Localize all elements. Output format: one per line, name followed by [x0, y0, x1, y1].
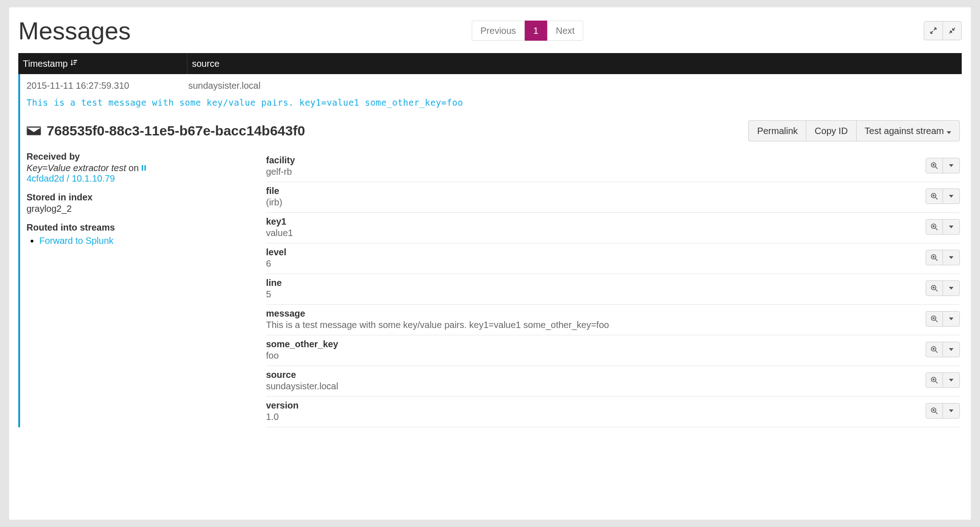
zoom-button[interactable]: [926, 250, 943, 265]
field-actions: [926, 158, 960, 173]
field-menu-button[interactable]: [943, 280, 960, 296]
field-menu-button[interactable]: [943, 188, 960, 204]
field-row: file(irb): [266, 182, 960, 213]
zoom-button[interactable]: [926, 188, 943, 204]
field-value: (irb): [266, 197, 926, 208]
field-row: key1value1: [266, 213, 960, 243]
field-actions: [926, 188, 960, 204]
field-kv: file(irb): [266, 186, 926, 208]
caret-down-icon: [949, 195, 953, 198]
list-item: Forward to Splunk: [39, 236, 266, 246]
field-key: version: [266, 400, 926, 411]
zoom-button[interactable]: [926, 372, 943, 388]
field-actions: [926, 219, 960, 235]
field-value: sundaysister.local: [266, 381, 926, 392]
pause-icon: [141, 164, 147, 173]
field-kv: messageThis is a test message with some …: [266, 308, 926, 330]
next-button[interactable]: Next: [547, 21, 583, 41]
page-title: Messages: [18, 16, 131, 45]
field-value: gelf-rb: [266, 167, 926, 177]
field-key: key1: [266, 216, 926, 227]
view-toggle-group: [924, 21, 962, 40]
zoom-in-icon: [931, 376, 938, 384]
svg-line-26: [936, 320, 938, 323]
zoom-button[interactable]: [926, 280, 943, 296]
field-kv: version1.0: [266, 400, 926, 422]
zoom-button[interactable]: [926, 342, 943, 357]
field-value: foo: [266, 350, 926, 361]
field-menu-button[interactable]: [943, 158, 960, 173]
zoom-in-icon: [931, 285, 938, 292]
timestamp-header-label: Timestamp: [23, 59, 68, 69]
stored-index-value: graylog2_2: [27, 204, 266, 214]
expand-icon: [930, 27, 937, 34]
field-kv: key1value1: [266, 216, 926, 238]
field-value: This is a test message with some key/val…: [266, 320, 926, 330]
copy-id-button[interactable]: Copy ID: [806, 120, 856, 141]
message-detail-header: 768535f0-88c3-11e5-b67e-bacc14b643f0 Per…: [20, 114, 962, 151]
fields-column: facilitygelf-rbfile(irb)key1value1level6…: [266, 151, 962, 427]
caret-down-icon: [949, 409, 953, 412]
permalink-button[interactable]: Permalink: [748, 120, 806, 141]
header-row: Messages Previous 1 Next: [18, 16, 962, 45]
field-menu-button[interactable]: [943, 372, 960, 388]
field-menu-button[interactable]: [943, 311, 960, 327]
field-kv: level6: [266, 247, 926, 269]
field-menu-button[interactable]: [943, 403, 960, 419]
node-link[interactable]: 4cfdad2d / 10.1.10.79: [27, 173, 115, 183]
message-summary-row[interactable]: 2015-11-11 16:27:59.310 sundaysister.loc…: [20, 74, 962, 94]
zoom-button[interactable]: [926, 219, 943, 235]
svg-rect-1: [74, 62, 76, 63]
svg-line-34: [936, 382, 938, 384]
field-menu-button[interactable]: [943, 250, 960, 265]
svg-line-10: [936, 198, 938, 200]
caret-down-icon: [949, 317, 953, 320]
field-key: source: [266, 370, 926, 380]
field-key: line: [266, 278, 926, 288]
stream-list: Forward to Splunk: [39, 236, 266, 246]
field-kv: facilitygelf-rb: [266, 155, 926, 177]
received-by-label: Received by: [27, 151, 266, 162]
field-row: sourcesundaysister.local: [266, 366, 960, 397]
field-actions: [926, 311, 960, 327]
expand-button[interactable]: [924, 21, 943, 40]
stream-link[interactable]: Forward to Splunk: [39, 236, 113, 246]
field-row: line5: [266, 274, 960, 305]
zoom-button[interactable]: [926, 403, 943, 419]
field-value: 1.0: [266, 412, 926, 422]
field-row: version1.0: [266, 397, 960, 427]
routed-into-streams-block: Routed into streams Forward to Splunk: [27, 222, 266, 246]
svg-rect-4: [144, 165, 146, 171]
sort-desc-icon: [70, 59, 78, 68]
zoom-button[interactable]: [926, 311, 943, 327]
caret-down-icon: [949, 287, 953, 290]
collapse-button[interactable]: [943, 21, 962, 40]
field-actions: [926, 250, 960, 265]
field-key: file: [266, 186, 926, 196]
page-number-button[interactable]: 1: [525, 21, 547, 41]
field-menu-button[interactable]: [943, 219, 960, 235]
column-header-source[interactable]: source: [187, 59, 219, 69]
caret-down-icon: [949, 164, 953, 167]
field-menu-button[interactable]: [943, 342, 960, 357]
received-by-block: Received by Key=Value extractor test on …: [27, 151, 266, 184]
caret-down-icon: [947, 126, 951, 136]
message-id-row: 768535f0-88c3-11e5-b67e-bacc14b643f0: [27, 123, 305, 139]
zoom-button[interactable]: [926, 158, 943, 173]
received-by-body: Key=Value extractor test on 4cfdad2d / 1…: [27, 163, 266, 184]
stored-in-index-label: Stored in index: [27, 192, 266, 203]
row-timestamp: 2015-11-11 16:27:59.310: [27, 81, 188, 91]
zoom-in-icon: [931, 193, 938, 200]
svg-line-18: [936, 259, 938, 261]
prev-button[interactable]: Previous: [472, 21, 525, 41]
column-header-timestamp[interactable]: Timestamp: [18, 53, 187, 74]
svg-line-38: [936, 412, 938, 414]
caret-down-icon: [949, 256, 953, 259]
table-header: Timestamp source: [18, 53, 962, 74]
message-detail-body: Received by Key=Value extractor test on …: [20, 151, 962, 427]
field-value: 6: [266, 258, 926, 269]
svg-rect-3: [142, 165, 143, 171]
test-stream-button[interactable]: Test against stream: [856, 120, 960, 141]
zoom-in-icon: [931, 254, 938, 261]
svg-line-30: [936, 351, 938, 353]
